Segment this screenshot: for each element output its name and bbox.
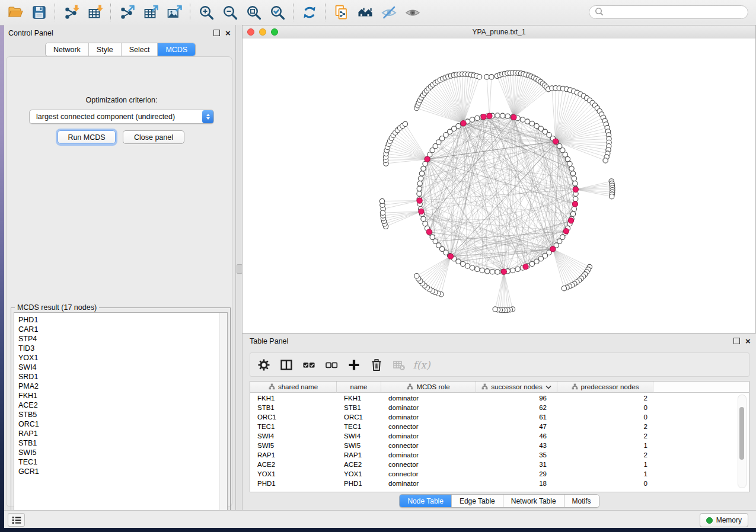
mcds-result-item[interactable]: YOX1 xyxy=(14,353,227,363)
float-panel-icon[interactable] xyxy=(213,30,220,36)
run-mcds-button[interactable]: Run MCDS xyxy=(58,130,116,144)
zoom-selected-icon[interactable] xyxy=(267,4,288,21)
mcds-result-item[interactable]: TEC1 xyxy=(14,457,227,467)
select-all-checkboxes-icon[interactable] xyxy=(300,357,318,373)
deselect-all-checkboxes-icon[interactable] xyxy=(323,357,340,373)
search-box[interactable] xyxy=(589,5,748,19)
close-panel-icon[interactable]: × xyxy=(225,30,231,36)
refresh-icon[interactable] xyxy=(299,4,320,21)
tab-edge-table[interactable]: Edge Table xyxy=(452,495,503,507)
mcds-result-item[interactable]: STB5 xyxy=(14,410,227,419)
column-label: shared name xyxy=(278,383,318,390)
mcds-result-item[interactable]: STP4 xyxy=(14,334,227,344)
tab-motifs[interactable]: Motifs xyxy=(564,495,599,507)
column-header-shared-name[interactable]: shared name xyxy=(250,382,337,393)
export-network-icon[interactable] xyxy=(117,4,137,21)
cell-shared-name: TEC1 xyxy=(250,422,337,431)
table-scrollbar[interactable] xyxy=(738,395,747,488)
table-row[interactable]: ORC1ORC1dominator610 xyxy=(250,412,653,422)
export-table-icon[interactable] xyxy=(141,4,161,21)
optimization-criterion-dropdown[interactable]: largest connected component (undirected) xyxy=(29,110,214,124)
network-window-titlebar[interactable]: YPA_prune.txt_1 xyxy=(243,25,755,39)
table-tabs: Node TableEdge TableNetwork TableMotifs xyxy=(399,494,599,508)
cell-successor-nodes: 46 xyxy=(476,431,557,441)
column-label: successor nodes xyxy=(491,383,542,390)
table-row[interactable]: YOX1YOX1connector291 xyxy=(250,469,653,479)
cell-predecessor-nodes: 0 xyxy=(557,412,653,422)
column-header-MCDS-role[interactable]: MCDS role xyxy=(381,382,476,393)
mcds-result-list[interactable]: PHD1CAR1STP4TID3YOX1SWI4SRD1PMA2FKH1ACE2… xyxy=(14,312,228,525)
column-header-successor-nodes[interactable]: successor nodes xyxy=(476,382,557,393)
tab-node-table[interactable]: Node Table xyxy=(400,495,452,507)
delete-column-icon[interactable] xyxy=(368,357,385,373)
network-graph[interactable] xyxy=(243,39,755,333)
cell-shared-name: RAP1 xyxy=(250,450,337,460)
mcds-result-item[interactable]: RAP1 xyxy=(14,429,227,438)
close-panel-button[interactable]: Close panel xyxy=(123,130,184,144)
function-builder-icon: f(x) xyxy=(413,357,430,373)
satellite-nodes[interactable] xyxy=(379,70,615,313)
tab-network[interactable]: Network xyxy=(46,43,89,56)
hide-selected-icon[interactable] xyxy=(379,4,399,21)
column-label: predecessor nodes xyxy=(581,383,639,390)
zoom-out-icon[interactable] xyxy=(220,4,240,21)
mcds-result-item[interactable]: SRD1 xyxy=(14,372,227,382)
cell-successor-nodes: 29 xyxy=(476,469,557,479)
table-row[interactable]: PHD1PHD1dominator180 xyxy=(250,479,653,488)
mcds-result-item[interactable]: TID3 xyxy=(14,344,227,353)
import-table-icon[interactable] xyxy=(85,4,105,21)
panel-splitter[interactable] xyxy=(236,25,242,510)
tab-mcds[interactable]: MCDS xyxy=(158,43,195,56)
table-row[interactable]: TEC1TEC1connector472 xyxy=(250,422,653,431)
cell-MCDS-role: dominator xyxy=(381,450,476,460)
cell-MCDS-role: dominator xyxy=(381,431,476,441)
cell-MCDS-role: connector xyxy=(381,460,476,469)
import-network-icon[interactable] xyxy=(61,4,81,21)
task-history-button[interactable] xyxy=(8,513,25,527)
memory-button[interactable]: Memory xyxy=(700,513,748,527)
column-header-predecessor-nodes[interactable]: predecessor nodes xyxy=(557,382,653,393)
save-session-icon[interactable] xyxy=(29,4,49,21)
mcds-result-item[interactable]: GCR1 xyxy=(14,467,227,476)
share-document-icon[interactable] xyxy=(331,4,352,21)
first-neighbors-icon[interactable] xyxy=(355,4,375,21)
column-visibility-icon[interactable] xyxy=(277,357,295,373)
network-canvas[interactable] xyxy=(243,39,755,333)
table-row[interactable]: FKH1FKH1dominator962 xyxy=(250,393,653,403)
mcds-result-item[interactable]: SWI5 xyxy=(14,448,227,457)
table-row[interactable]: RAP1RAP1dominator352 xyxy=(250,450,653,460)
open-session-icon[interactable] xyxy=(5,4,25,21)
mcds-result-item[interactable]: STB1 xyxy=(14,438,227,448)
list-scrollbar[interactable] xyxy=(219,313,227,524)
tab-network-table[interactable]: Network Table xyxy=(503,495,564,507)
search-input[interactable] xyxy=(606,8,748,17)
mcds-result-item[interactable]: ACE2 xyxy=(14,400,227,410)
mcds-result-item[interactable]: CAR1 xyxy=(14,325,227,334)
zoom-in-icon[interactable] xyxy=(196,4,216,21)
mcds-result-item[interactable]: PHD1 xyxy=(14,315,227,325)
mcds-result-item[interactable]: ORC1 xyxy=(14,419,227,429)
zoom-fit-icon[interactable] xyxy=(244,4,264,21)
settings-gear-icon[interactable] xyxy=(255,357,273,373)
show-all-icon[interactable] xyxy=(403,4,423,21)
float-table-panel-icon[interactable] xyxy=(733,338,740,344)
mcds-result-item[interactable]: SWI4 xyxy=(14,363,227,372)
search-icon xyxy=(594,7,604,18)
cell-predecessor-nodes: 0 xyxy=(557,403,653,412)
add-column-icon[interactable] xyxy=(345,357,363,373)
close-table-panel-icon[interactable]: × xyxy=(745,338,751,344)
mcds-result-item[interactable]: PMA2 xyxy=(14,382,227,391)
tab-style[interactable]: Style xyxy=(89,43,122,56)
column-header-name[interactable]: name xyxy=(337,382,381,393)
hierarchy-icon xyxy=(572,383,578,391)
mcds-result-item[interactable]: FKH1 xyxy=(14,391,227,400)
tab-select[interactable]: Select xyxy=(122,43,158,56)
network-window-title: YPA_prune.txt_1 xyxy=(243,28,755,36)
export-image-icon[interactable] xyxy=(164,4,184,21)
optimization-criterion-label: Optimization criterion: xyxy=(7,96,237,104)
table-row[interactable]: ACE2ACE2connector311 xyxy=(250,460,653,469)
table-scrollbar-thumb[interactable] xyxy=(739,407,744,460)
table-row[interactable]: SWI4SWI4dominator462 xyxy=(250,431,653,441)
table-row[interactable]: SWI5SWI5connector431 xyxy=(250,441,653,450)
table-row[interactable]: STB1STB1dominator620 xyxy=(250,403,653,412)
